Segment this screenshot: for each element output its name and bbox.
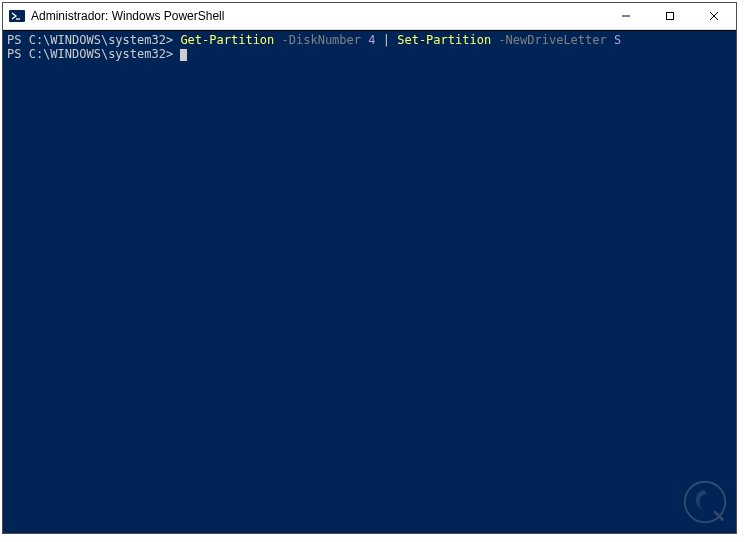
powershell-icon (9, 8, 25, 24)
window-title: Administrador: Windows PowerShell (31, 9, 604, 23)
svg-rect-3 (667, 13, 674, 20)
prompt: PS C:\WINDOWS\system32> (7, 47, 180, 61)
cursor (180, 49, 187, 61)
console-area[interactable]: PS C:\WINDOWS\system32> Get-Partition -D… (3, 30, 736, 533)
watermark-icon (682, 479, 728, 525)
space (376, 33, 383, 47)
console-line: PS C:\WINDOWS\system32> Get-Partition -D… (7, 33, 732, 47)
maximize-button[interactable] (648, 3, 692, 29)
parameter: -NewDriveLetter (498, 33, 606, 47)
window-controls (604, 3, 736, 29)
cmdlet: Set-Partition (397, 33, 491, 47)
titlebar[interactable]: Administrador: Windows PowerShell (3, 3, 736, 30)
argument: S (614, 33, 621, 47)
space (274, 33, 281, 47)
cmdlet: Get-Partition (180, 33, 274, 47)
close-button[interactable] (692, 3, 736, 29)
pipe: | (383, 33, 390, 47)
console-line: PS C:\WINDOWS\system32> (7, 47, 732, 61)
argument: 4 (368, 33, 375, 47)
powershell-window: Administrador: Windows PowerShell PS C:\… (2, 2, 737, 534)
space (607, 33, 614, 47)
minimize-button[interactable] (604, 3, 648, 29)
parameter: -DiskNumber (282, 33, 361, 47)
prompt: PS C:\WINDOWS\system32> (7, 33, 180, 47)
